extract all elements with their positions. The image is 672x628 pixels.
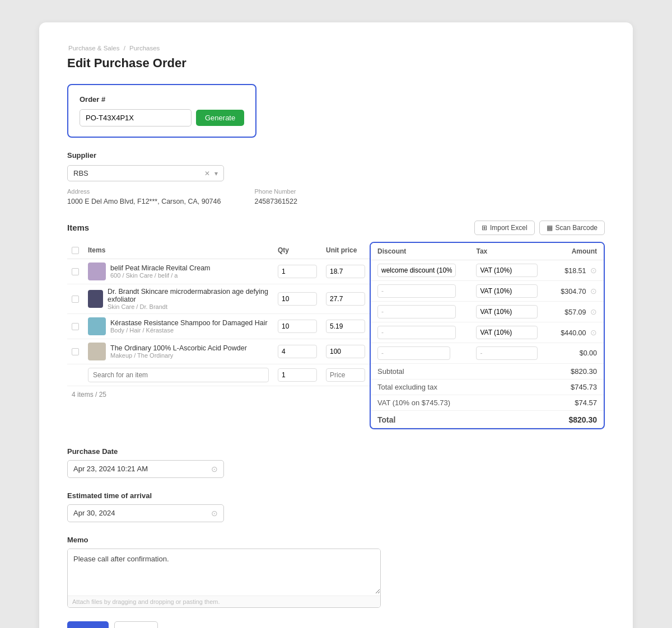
tax-input-3[interactable]: [476, 326, 538, 339]
memo-wrapper: Attach files by dragging and dropping or…: [67, 549, 381, 608]
col-unit-price: Unit price: [321, 242, 370, 259]
date-clear-icon[interactable]: ⊙: [211, 465, 218, 474]
supplier-section: Supplier RBS ✕ ▾ Address 1000 E Del Amo …: [67, 151, 605, 207]
col-amount: Amount: [550, 243, 604, 260]
purchase-date-input[interactable]: Apr 23, 2024 10:21 AM ⊙: [67, 460, 224, 478]
price-input-2[interactable]: [326, 320, 365, 333]
item-name-0: belif Peat Miracle Revital Cream: [110, 264, 211, 272]
select-all-checkbox[interactable]: [72, 247, 79, 254]
address-value: 1000 E Del Amo Blvd, F12***, Carson, CA,…: [67, 196, 221, 207]
import-excel-button[interactable]: ⊞ Import Excel: [474, 221, 535, 235]
col-items: Items: [83, 242, 273, 259]
memo-section: Memo Attach files by dragging and droppi…: [67, 536, 605, 608]
price-input-0[interactable]: [326, 265, 365, 278]
table-row: The Ordinary 100% L-Ascorbic Acid Powder…: [67, 339, 370, 364]
item-sub-2: Body / Hair / Kérastase: [110, 327, 268, 334]
actions-row: Save Cancel: [67, 621, 605, 628]
phone-label: Phone Number: [254, 188, 297, 195]
chevron-down-icon[interactable]: ▾: [214, 170, 218, 177]
purchase-date-value: Apr 23, 2024 10:21 AM: [73, 465, 148, 473]
qty-input-1[interactable]: [278, 292, 317, 306]
supplier-select[interactable]: RBS ✕ ▾: [67, 165, 224, 181]
item-sub-1: Skin Care / Dr. Brandt: [108, 303, 269, 310]
eta-input[interactable]: Apr 30, 2024 ⊙: [67, 504, 224, 522]
eta-section: Estimated time of arrival Apr 30, 2024 ⊙: [67, 491, 605, 522]
remove-icon-2[interactable]: ⊙: [590, 307, 597, 316]
right-table-row: $57.09 ⊙: [371, 301, 604, 322]
item-name-1: Dr. Brandt Skincare microdermabrasion ag…: [108, 288, 269, 303]
discount-input-0[interactable]: [377, 264, 456, 277]
price-input-1[interactable]: [326, 292, 365, 306]
qty-input-3[interactable]: [278, 345, 317, 358]
col-discount: Discount: [371, 243, 469, 260]
generate-button[interactable]: Generate: [196, 110, 244, 126]
save-button[interactable]: Save: [67, 621, 109, 628]
right-table-row: $18.51 ⊙: [371, 260, 604, 280]
amount-val-2: $57.09: [564, 308, 586, 316]
right-table-row: $304.70 ⊙: [371, 280, 604, 301]
table-row: belif Peat Miracle Revital Cream 600 / S…: [67, 259, 370, 284]
page-title: Edit Purchase Order: [67, 56, 605, 71]
item-image-0: [88, 263, 106, 280]
vat-row: VAT (10% on $745.73) $74.57: [371, 395, 604, 410]
address-label: Address: [67, 188, 221, 195]
order-number-input[interactable]: [80, 109, 192, 126]
tax-input-2[interactable]: [476, 305, 538, 318]
item-image-2: [88, 317, 106, 335]
new-price-input[interactable]: [326, 368, 365, 382]
scan-barcode-button[interactable]: ▦ Scan Barcode: [539, 221, 605, 235]
discount-input-1[interactable]: [377, 284, 456, 298]
row-checkbox-0[interactable]: [72, 268, 79, 275]
cancel-button[interactable]: Cancel: [114, 621, 158, 628]
remove-icon-0[interactable]: ⊙: [590, 266, 597, 275]
row-checkbox-3[interactable]: [72, 348, 79, 355]
new-qty-input[interactable]: [278, 368, 317, 382]
price-input-3[interactable]: [326, 345, 365, 358]
clear-icon[interactable]: ✕: [204, 170, 210, 177]
tax-input-0[interactable]: [476, 264, 538, 277]
row-checkbox-2[interactable]: [72, 323, 79, 330]
supplier-value: RBS: [73, 169, 88, 177]
tax-input-1[interactable]: [476, 284, 538, 298]
search-item-input[interactable]: [88, 368, 269, 382]
barcode-icon: ▦: [547, 224, 553, 232]
item-name-2: Kérastase Resistance Shampoo for Damaged…: [110, 319, 268, 327]
item-sub-0: 600 / Skin Care / belif / a: [110, 272, 211, 279]
qty-input-2[interactable]: [278, 320, 317, 333]
qty-input-0[interactable]: [278, 265, 317, 278]
discount-input-3[interactable]: [377, 326, 456, 339]
memo-label: Memo: [67, 536, 605, 544]
row-checkbox-1[interactable]: [72, 296, 79, 303]
purchase-date-section: Purchase Date Apr 23, 2024 10:21 AM ⊙: [67, 447, 605, 478]
table-row: Kérastase Resistance Shampoo for Damaged…: [67, 314, 370, 339]
items-section: Items ⊞ Import Excel ▦ Scan Barcode: [67, 221, 605, 429]
subtotal-row: Subtotal $820.30: [371, 363, 604, 379]
memo-hint: Attach files by dragging and dropping or…: [68, 596, 381, 607]
items-right-panel: Discount Tax Amount $18.51 ⊙ $304.70 ⊙: [370, 242, 605, 429]
item-image-1: [88, 290, 103, 308]
memo-textarea[interactable]: [68, 549, 380, 594]
item-image-3: [88, 343, 106, 360]
amount-val-1: $304.70: [561, 288, 586, 296]
items-title: Items: [67, 223, 89, 232]
item-name-3: The Ordinary 100% L-Ascorbic Acid Powder: [110, 344, 247, 352]
col-tax: Tax: [469, 243, 550, 260]
items-left-panel: Items Qty Unit price belif Peat Miracle …: [67, 242, 370, 429]
remove-icon-1[interactable]: ⊙: [590, 287, 597, 296]
supplier-label: Supplier: [67, 151, 605, 160]
remove-icon-3[interactable]: ⊙: [590, 328, 597, 337]
total-row: Total $820.30: [371, 410, 604, 428]
search-item-row: [67, 364, 370, 386]
item-sub-3: Makeup / The Ordinary: [110, 352, 247, 359]
new-item-right-row: $0.00: [371, 343, 604, 363]
discount-input-2[interactable]: [377, 305, 456, 318]
new-discount-input[interactable]: [377, 346, 450, 360]
new-amount-val: $0.00: [580, 349, 597, 357]
eta-value: Apr 30, 2024: [73, 509, 115, 517]
col-qty: Qty: [273, 242, 321, 259]
excel-icon: ⊞: [482, 224, 487, 232]
eta-label: Estimated time of arrival: [67, 491, 605, 500]
eta-clear-icon[interactable]: ⊙: [211, 509, 218, 518]
items-count: 4 items / 25: [67, 391, 370, 399]
new-tax-input[interactable]: [476, 346, 538, 360]
